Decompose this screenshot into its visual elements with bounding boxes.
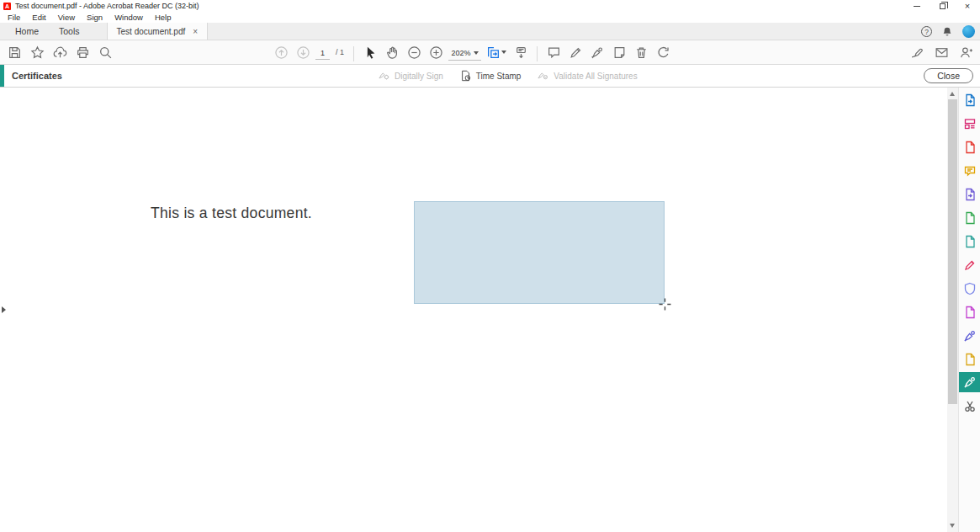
share-with-others-button[interactable] [956,42,975,62]
tools-sidebar [958,88,980,532]
stamp-button[interactable] [610,42,628,62]
validate-signatures-icon [538,70,549,82]
crosshair-cursor-icon [659,298,671,311]
scroll-up-icon[interactable] [950,92,955,96]
digitally-sign-button[interactable]: Digitally Sign [379,70,443,82]
time-stamp-label: Time Stamp [476,72,522,81]
main-toolbar: / 1 202% [0,40,980,65]
print-button[interactable] [73,42,92,62]
toolbar-divider [537,46,538,61]
previous-page-button[interactable] [272,42,290,62]
tool-more-tools-icon[interactable] [959,399,980,413]
tool-edit-pdf-icon[interactable] [959,140,980,154]
menu-file[interactable]: File [2,13,26,22]
menu-sign[interactable]: Sign [81,13,109,22]
document-body-text: This is a test document. [151,205,312,222]
notifications-bell-icon[interactable] [941,26,953,38]
tool-compress-pdf-icon[interactable] [959,210,980,225]
close-document-tab-icon[interactable]: × [193,27,198,36]
tab-tools[interactable]: Tools [49,23,90,40]
tool-combine-files-icon[interactable] [959,187,980,201]
tool-certificates-icon[interactable] [959,372,980,392]
tool-create-pdf-icon[interactable] [959,116,980,130]
tool-prepare-form-icon[interactable] [959,352,980,366]
time-stamp-button[interactable]: Time Stamp [460,70,522,82]
rotate-refresh-button[interactable] [654,42,672,62]
restore-icon [940,3,946,9]
tool-adobe-sign-icon[interactable] [959,328,980,343]
digitally-sign-label: Digitally Sign [395,72,443,81]
digitally-sign-pen-icon [379,70,390,82]
tool-convert-pdf-icon[interactable] [959,234,980,248]
restore-button[interactable] [930,0,955,12]
tool-protect-pdf-icon[interactable] [959,281,980,295]
page-fit-button[interactable] [485,42,508,62]
zoom-level-dropdown[interactable]: 202% [448,46,481,61]
tab-bar: Home Tools Test document.pdf × ? [0,23,980,40]
close-certificates-button[interactable]: Close [924,68,973,83]
star-favorite-button[interactable] [28,42,46,62]
time-stamp-icon [460,70,472,82]
tab-document[interactable]: Test document.pdf × [107,23,209,40]
menu-edit[interactable]: Edit [26,13,51,22]
page-count-label: / 1 [333,48,347,56]
toolbar-divider [353,46,354,61]
close-icon: × [965,2,970,11]
search-icon[interactable] [96,42,114,62]
minimize-button[interactable] [904,0,930,12]
highlight-button[interactable] [566,42,585,62]
signature-selection-rect[interactable] [414,201,665,304]
help-icon[interactable]: ? [921,26,932,37]
certificates-toolbar: Certificates Digitally Sign Time Stamp V… [0,65,980,88]
title-bar: A Test document.pdf - Adobe Acrobat Read… [0,0,980,12]
chevron-down-icon [501,51,506,54]
zoom-level-value: 202% [451,49,471,57]
zoom-in-button[interactable] [426,42,445,62]
zoom-out-button[interactable] [405,42,423,62]
scrolling-mode-button[interactable] [511,42,530,62]
chevron-down-icon [474,51,479,55]
next-page-button[interactable] [294,42,312,62]
navigation-pane-toggle-icon[interactable] [2,306,6,313]
hand-tool-button[interactable] [383,42,401,62]
share-upload-button[interactable] [50,42,69,62]
tool-fill-and-sign-icon[interactable] [959,258,980,272]
menu-window[interactable]: Window [109,13,149,22]
document-viewport: This is a test document. [0,88,980,532]
sign-document-button[interactable] [908,42,926,62]
select-tool-button[interactable] [361,42,379,62]
menu-view[interactable]: View [52,13,81,22]
delete-button[interactable] [632,42,650,62]
validate-all-signatures-button[interactable]: Validate All Signatures [538,70,637,82]
user-avatar[interactable] [962,25,975,38]
certificates-accent-bar [0,65,4,87]
comment-button[interactable] [544,42,563,62]
scroll-down-icon[interactable] [950,524,955,528]
email-button[interactable] [932,42,951,62]
menu-bar: File Edit View Sign Window Help [0,12,980,23]
adobe-acrobat-logo-icon: A [3,3,11,10]
save-button[interactable] [5,42,24,62]
window-title: Test document.pdf - Adobe Acrobat Reader… [15,2,199,10]
document-tab-label: Test document.pdf [117,27,186,36]
tool-export-pdf-icon[interactable] [959,93,980,107]
page-number-input[interactable] [315,47,330,60]
tab-home[interactable]: Home [5,23,49,40]
fill-sign-button[interactable] [588,42,607,62]
minimize-icon [914,6,920,7]
validate-all-signatures-label: Validate All Signatures [554,72,637,81]
vertical-scrollbar[interactable] [947,88,958,532]
scrollbar-thumb[interactable] [948,99,957,404]
tool-save-as-icon[interactable] [959,305,980,319]
menu-help[interactable]: Help [149,13,177,22]
certificates-title: Certificates [12,71,62,81]
close-window-button[interactable]: × [955,0,980,12]
tool-comment-icon[interactable] [959,163,980,178]
